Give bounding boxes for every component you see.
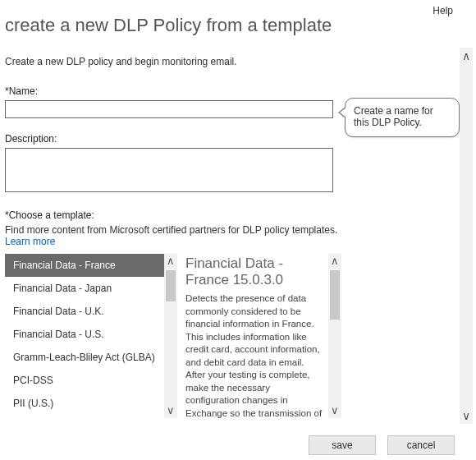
template-item[interactable]: Financial Data - Japan <box>5 277 164 300</box>
page-title: create a new DLP Policy from a template <box>5 15 471 36</box>
scroll-up-icon[interactable]: ∧ <box>167 254 175 269</box>
partners-text: Find more content from Microsoft certifi… <box>5 224 341 236</box>
template-detail: Financial Data - France 15.0.3.0 Detects… <box>185 254 328 418</box>
scroll-thumb[interactable] <box>330 270 340 320</box>
scroll-down-icon[interactable]: ∨ <box>167 403 175 418</box>
scroll-up-icon[interactable]: ∧ <box>331 254 339 269</box>
save-button[interactable]: save <box>309 435 376 455</box>
page-subtitle: Create a new DLP policy and begin monito… <box>5 56 471 67</box>
template-item[interactable]: Financial Data - U.K. <box>5 300 164 323</box>
scroll-down-icon[interactable]: ∨ <box>331 403 339 418</box>
template-item[interactable]: Financial Data - France <box>5 254 164 277</box>
scroll-down-icon[interactable]: ∨ <box>462 407 470 424</box>
dialog-body: create a new DLP Policy from a template … <box>0 0 476 418</box>
template-detail-body: Detects the presence of data commonly co… <box>185 292 325 418</box>
description-label: Description: <box>5 133 341 145</box>
template-item[interactable]: Gramm-Leach-Bliley Act (GLBA) <box>5 346 164 369</box>
template-label: *Choose a template: <box>5 209 341 221</box>
template-list[interactable]: Financial Data - FranceFinancial Data - … <box>5 254 164 418</box>
scroll-thumb[interactable] <box>166 270 176 301</box>
scroll-track[interactable] <box>164 269 177 403</box>
cancel-button[interactable]: cancel <box>387 435 455 455</box>
name-input[interactable] <box>5 100 333 118</box>
scroll-track[interactable] <box>460 64 473 407</box>
template-item[interactable]: Financial Data - U.S. <box>5 323 164 346</box>
scroll-thumb[interactable] <box>460 64 472 407</box>
dialog-scrollbar[interactable]: ∧ ∨ <box>460 48 473 424</box>
learn-more-link[interactable]: Learn more <box>5 236 55 247</box>
scroll-track[interactable] <box>328 269 341 403</box>
template-detail-scrollbar[interactable]: ∧ ∨ <box>328 254 341 418</box>
template-list-scrollbar[interactable]: ∧ ∨ <box>164 254 177 418</box>
template-item[interactable]: PII Data - France <box>5 415 164 418</box>
name-callout: Create a name for this DLP Policy. <box>345 98 460 137</box>
scroll-up-icon[interactable]: ∧ <box>462 48 470 64</box>
name-label: *Name: <box>5 85 341 97</box>
description-input[interactable] <box>5 148 333 192</box>
template-detail-title: Financial Data - France 15.0.3.0 <box>185 255 325 288</box>
help-link[interactable]: Help <box>433 5 453 16</box>
template-item[interactable]: PII (U.S.) <box>5 392 164 415</box>
template-item[interactable]: PCI-DSS <box>5 369 164 392</box>
